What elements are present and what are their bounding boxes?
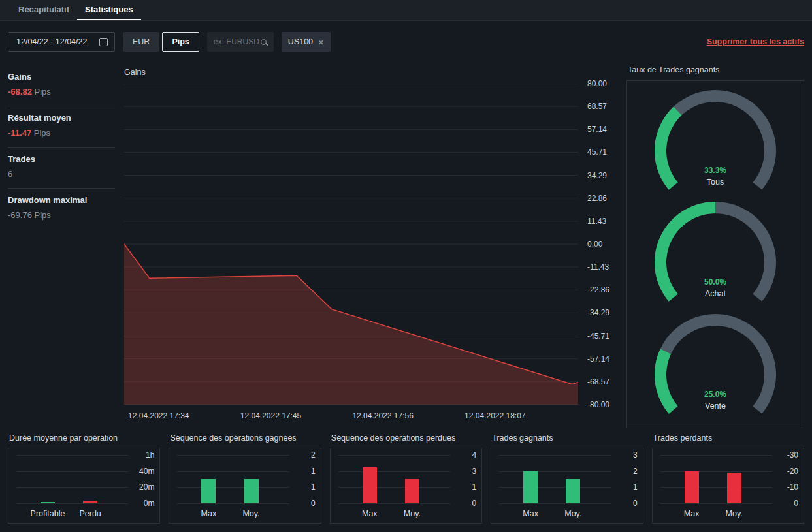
category-label: Max [362, 509, 378, 518]
category-label: Moy. [726, 509, 743, 518]
category-label: Profitable [31, 509, 65, 518]
tick-label: 2 [633, 467, 638, 476]
gridline [177, 471, 289, 472]
summary-item-drawdown: Drawdown maximal -69.76 Pips [8, 189, 115, 229]
tick-label: 0 [472, 499, 477, 508]
tick-label: 4 [472, 450, 477, 460]
summary-number: -11.47 [8, 128, 31, 138]
mini-chart-ticks: 4310 [453, 455, 476, 503]
mini-chart-losing_trades: Trades perdants-30-20-100MaxMoy. [652, 433, 804, 524]
main-row: Gains -68.82 Pips Résultat moyen -11.47 … [8, 65, 804, 428]
summary-value: -68.82 Pips [8, 87, 115, 97]
mini-chart-categories: MaxMoy. [499, 509, 611, 520]
mini-chart-title: Durée moyenne par opération [9, 433, 160, 443]
summary-unit: Pips [31, 128, 50, 138]
tick-label: 3 [633, 450, 638, 460]
mini-chart-box: 4310MaxMoy. [330, 448, 482, 524]
mini-chart-loss_streak: Séquence des opérations perdues4310MaxMo… [330, 433, 482, 524]
calendar-icon[interactable] [99, 38, 108, 46]
bar-profitable [41, 502, 55, 503]
gains-plot [124, 84, 578, 405]
gauge-vente: 25.0%Vente [643, 312, 787, 420]
gauge-label: Achat [643, 289, 787, 298]
gridline [16, 503, 128, 504]
gridline [177, 487, 289, 488]
date-range-input[interactable] [15, 37, 95, 47]
summary-item-gains: Gains -68.82 Pips [8, 65, 115, 106]
mini-chart-ticks: 1h40m20m0m [131, 455, 154, 503]
asset-chip-label: US100 [288, 37, 313, 46]
bar-moy [727, 473, 741, 503]
asset-chip-us100[interactable]: US100 × [282, 32, 331, 52]
y-tick-label: -11.43 [587, 262, 609, 272]
summary-item-trades: Trades 6 [8, 148, 115, 189]
tick-label: 2 [311, 450, 316, 460]
mini-chart-box: 2110MaxMoy. [169, 448, 321, 524]
gauge-value: 50.0% [643, 277, 787, 287]
summary-value: 6 [8, 169, 115, 179]
y-tick-label: 57.14 [587, 125, 607, 134]
y-tick-label: 68.57 [587, 102, 607, 111]
gridline [660, 471, 772, 472]
gains-chart-title: Gains [124, 68, 146, 77]
gridline [499, 503, 611, 504]
gridline [16, 471, 128, 472]
bar-max [685, 471, 699, 503]
symbol-search-input[interactable] [212, 37, 261, 47]
gains-y-axis: 80.0068.5757.1445.7134.2922.8611.430.00-… [581, 84, 619, 405]
tick-label: 0m [144, 499, 155, 508]
gridline [499, 455, 611, 456]
tab-recapitulatif[interactable]: Récapitulatif [10, 0, 77, 20]
currency-button[interactable]: EUR [123, 32, 159, 52]
gridline [16, 455, 128, 456]
gains-plot-svg [124, 84, 578, 405]
mini-chart-title: Trades gagnants [492, 433, 643, 443]
tab-statistiques[interactable]: Statistiques [77, 0, 141, 20]
tick-label: 1 [633, 482, 638, 492]
y-tick-label: -57.14 [587, 354, 609, 364]
mini-chart-ticks: 3210 [614, 455, 638, 503]
gauge-tous: 33.3%Tous [643, 88, 787, 196]
toolbar: EUR Pips US100 × Supprimer tous les acti… [8, 31, 804, 52]
gridline [338, 503, 450, 504]
bar-perdu [83, 501, 97, 503]
gauge-achat: 50.0%Achat [643, 200, 787, 308]
remove-all-assets-link[interactable]: Supprimer tous les actifs [707, 37, 804, 46]
gauge-value: 25.0% [643, 390, 787, 399]
mini-chart-avg_duration: Durée moyenne par opération1h40m20m0mPro… [8, 433, 160, 524]
mini-chart-win_streak: Séquence des opérations gagnées2110MaxMo… [169, 433, 321, 524]
summary-label: Trades [8, 154, 115, 164]
bar-max [201, 479, 216, 503]
gauge-value: 33.3% [643, 166, 787, 175]
mini-chart-title: Séquence des opérations gagnées [170, 433, 321, 443]
summary-unit: Pips [32, 210, 51, 220]
mini-chart-plot [499, 455, 611, 503]
summary-sidebar: Gains -68.82 Pips Résultat moyen -11.47 … [8, 65, 115, 428]
pips-button[interactable]: Pips [162, 32, 199, 52]
gauge-label: Tous [643, 178, 787, 187]
mini-chart-plot [16, 455, 128, 503]
search-icon [261, 39, 267, 45]
mini-chart-plot [177, 455, 289, 503]
gains-x-axis: 12.04.2022 17:3412.04.2022 17:4512.04.20… [124, 411, 578, 423]
tick-label: -30 [787, 450, 798, 460]
gridline [338, 455, 450, 456]
gridline [660, 503, 772, 504]
date-range-picker[interactable] [8, 32, 115, 52]
tick-label: 40m [139, 467, 154, 476]
mini-chart-ticks: -30-20-100 [775, 455, 798, 503]
category-label: Moy. [404, 509, 421, 518]
bar-max [523, 471, 538, 503]
tick-label: 3 [472, 467, 477, 476]
bar-moy [566, 479, 580, 503]
symbol-search-box[interactable] [207, 32, 274, 52]
gridline [338, 471, 450, 472]
bar-moy [405, 479, 419, 503]
y-tick-label: -22.86 [587, 285, 609, 294]
chip-remove-icon[interactable]: × [318, 37, 324, 47]
y-tick-label: -45.71 [587, 332, 609, 341]
mini-chart-categories: MaxMoy. [660, 509, 772, 520]
gauge-label: Vente [643, 401, 787, 411]
win-rate-title: Taux de Trades gagnants [626, 65, 804, 74]
mini-chart-title: Séquence des opérations perdues [331, 433, 482, 443]
